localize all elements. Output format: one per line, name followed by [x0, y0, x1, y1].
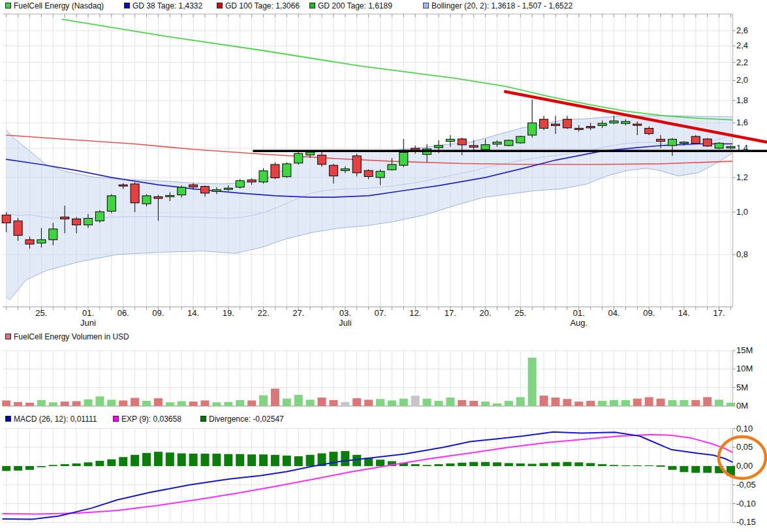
candle-body: [516, 136, 525, 143]
volume-bar: [131, 398, 139, 407]
month-label: Juli: [339, 318, 352, 328]
date-label: 25.: [35, 308, 47, 318]
macd-histogram-bar: [61, 464, 69, 466]
gd38-swatch-icon: [124, 3, 130, 8]
candle-body: [563, 119, 571, 128]
candle-body: [142, 196, 151, 204]
candle-body: [586, 127, 595, 128]
stock-chart: 2,62,42,22,01,81,61,41,21,00,815M10M5M0M…: [0, 0, 767, 532]
volume-bar: [552, 398, 560, 406]
volume-bar: [388, 401, 396, 407]
volume-bar: [458, 400, 466, 406]
volume-bar: [598, 401, 606, 406]
candle-body: [598, 123, 606, 125]
chart-canvas[interactable]: 2,62,42,22,01,81,61,41,21,00,815M10M5M0M…: [0, 0, 767, 532]
macd-histogram-bar: [481, 462, 490, 466]
date-label: 22.: [257, 308, 269, 318]
volume-bar: [703, 397, 712, 406]
candle-body: [691, 136, 700, 144]
volume-axis-label: 15M: [736, 345, 753, 355]
volume-bar: [691, 400, 700, 406]
candle-body: [201, 187, 210, 193]
volume-bar: [727, 403, 735, 406]
macd-histogram-bar: [95, 461, 104, 466]
exp-label: EXP (9): 0,03658: [121, 415, 181, 424]
macd-histogram-bar: [294, 456, 303, 466]
volume-bar: [236, 400, 244, 406]
volume-bar: [283, 399, 291, 406]
candle-body: [271, 164, 279, 178]
volume-bar: [294, 395, 303, 406]
bollinger-label: Bollinger (20, 2): 1,3618 - 1,507 - 1,65…: [431, 1, 572, 10]
candle-body: [14, 221, 22, 235]
macd-histogram-bar: [423, 465, 431, 466]
candle-body: [37, 240, 46, 243]
volume-legend: FuelCell Energy Volumen in USD: [0, 332, 767, 343]
volume-bar: [399, 399, 408, 406]
macd-histogram-bar: [2, 466, 10, 471]
volume-bar: [376, 399, 384, 406]
volume-bar: [540, 396, 548, 406]
date-label: 07.: [374, 308, 386, 318]
bollinger-swatch-icon: [423, 3, 429, 8]
divergence-swatch-icon: [200, 416, 206, 422]
candle-body: [481, 145, 490, 149]
candle-body: [376, 171, 384, 178]
volume-bar: [2, 401, 10, 407]
candle-body: [107, 196, 116, 211]
candle-body: [668, 139, 677, 146]
volume-axis-label: 5M: [736, 383, 748, 392]
date-label: 06.: [117, 308, 129, 318]
candle-body: [259, 171, 268, 182]
volume-bar: [411, 396, 420, 406]
macd-histogram-bar: [271, 455, 279, 466]
macd-histogram-bar: [691, 466, 700, 473]
macd-histogram-bar: [574, 462, 583, 466]
volume-bar: [224, 402, 232, 406]
macd-histogram-bar: [25, 466, 34, 470]
volume-bar: [469, 401, 478, 406]
candle-body: [61, 217, 69, 219]
volume-bar: [259, 396, 268, 406]
macd-histogram-bar: [435, 464, 443, 466]
date-label: 20.: [480, 308, 492, 318]
macd-histogram-bar: [224, 454, 232, 466]
price-axis-label: 1,8: [736, 95, 748, 105]
macd-histogram-bar: [493, 462, 501, 466]
macd-histogram-bar: [283, 456, 291, 466]
volume-bar: [212, 402, 221, 406]
volume-bar: [318, 398, 326, 406]
volume-bar: [563, 399, 571, 406]
candle-body: [435, 146, 443, 148]
volume-bar: [680, 400, 688, 406]
candle-body: [715, 143, 723, 148]
macd-histogram-bar: [621, 465, 630, 466]
volume-bar: [14, 402, 22, 406]
macd-histogram-bar: [341, 451, 349, 466]
volume-bar: [715, 399, 723, 406]
macd-legend: MACD (26, 12): 0,01111 EXP (9): 0,03658 …: [0, 414, 767, 426]
macd-histogram-bar: [376, 460, 384, 466]
candle-body: [166, 195, 174, 196]
macd-histogram-bar: [178, 454, 186, 467]
candle-body: [610, 121, 618, 123]
candle-body: [341, 169, 349, 171]
date-label: 01.: [82, 308, 94, 318]
macd-histogram-bar: [131, 455, 139, 466]
macd-histogram-bar: [633, 465, 642, 466]
volume-bar: [306, 399, 315, 406]
volume-bar: [645, 397, 653, 406]
volume-bar: [201, 401, 210, 407]
volume-bar: [61, 401, 69, 406]
volume-bar: [119, 401, 127, 407]
macd-histogram-bar: [259, 454, 268, 466]
instrument-label: FuelCell Energy (Nasdaq): [14, 1, 104, 10]
price-axis-label: 0,8: [736, 249, 748, 259]
macd-histogram-bar: [201, 454, 210, 466]
macd-histogram-bar: [49, 465, 57, 466]
candle-body: [458, 139, 466, 145]
date-label: 14.: [678, 308, 690, 318]
candle-body: [2, 215, 10, 223]
date-label: 19.: [223, 308, 234, 318]
volume-bar: [352, 398, 361, 406]
